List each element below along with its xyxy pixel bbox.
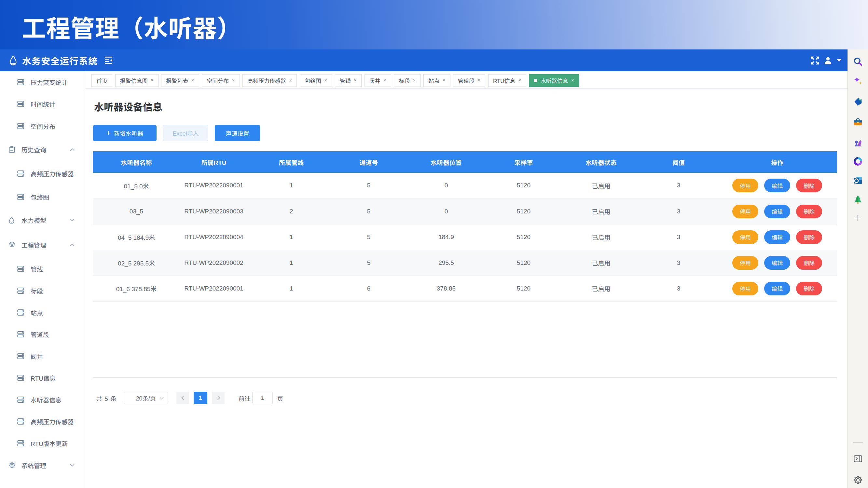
col-header-name: 水听器名称: [98, 151, 175, 173]
cell-channel: 5: [330, 250, 407, 275]
edit-button[interactable]: 编辑: [764, 230, 790, 244]
tab-pipeline[interactable]: 管线×: [335, 74, 362, 87]
sidebar-item-label: 站点: [31, 308, 43, 317]
edit-button[interactable]: 编辑: [764, 205, 790, 218]
settings-gear-icon[interactable]: [854, 475, 863, 484]
goto-page-input[interactable]: [252, 392, 273, 404]
sidebar-item-pipe-segment[interactable]: 管道段: [0, 323, 85, 345]
sidebar-item-rtu-info[interactable]: RTU信息: [0, 367, 85, 389]
user-avatar-icon[interactable]: [824, 56, 832, 65]
copilot-icon[interactable]: [853, 76, 863, 87]
chevron-up-icon: [70, 243, 74, 246]
sidebar-item-envelope-chart[interactable]: 包络图: [0, 186, 85, 208]
close-icon[interactable]: ×: [232, 78, 235, 83]
fullscreen-icon[interactable]: [810, 56, 819, 65]
sidebar-item-time-stats[interactable]: 时间统计: [0, 93, 85, 115]
sidebar-item-spatial-distribution[interactable]: 空间分布: [0, 115, 85, 137]
tab-label: 空间分布: [207, 76, 229, 85]
disable-button[interactable]: 停用: [732, 230, 758, 244]
tab-alarm-info-chart[interactable]: 报警信息图×: [115, 74, 158, 87]
tab-home[interactable]: 首页: [91, 74, 112, 87]
sidebar-group-project-management[interactable]: 工程管理: [0, 232, 85, 258]
delete-button[interactable]: 删除: [796, 256, 822, 270]
sidebar-item-valve-well[interactable]: 阀井: [0, 345, 85, 367]
pagination: 共 5 条 20条/页 1 前往 页: [96, 392, 283, 404]
sidebar-group-hydraulic-model[interactable]: 水力模型: [0, 208, 85, 232]
tab-spatial-distribution[interactable]: 空间分布×: [202, 74, 240, 87]
table-row: 03_5 RTU-WP2022090003 2 5 0 5120 已启用 3 停…: [93, 198, 837, 224]
sound-speed-settings-button[interactable]: 声速设置: [215, 125, 260, 141]
close-icon[interactable]: ×: [324, 78, 327, 83]
sidebar-item-hf-pressure-sensor[interactable]: 高频压力传感器: [0, 162, 85, 186]
prev-page-button[interactable]: [177, 392, 189, 404]
sidebar-item-station[interactable]: 站点: [0, 301, 85, 323]
close-icon[interactable]: ×: [571, 78, 574, 83]
disable-button[interactable]: 停用: [732, 256, 758, 270]
sidebar-group-history-query[interactable]: 历史查询: [0, 137, 85, 162]
disable-button[interactable]: 停用: [732, 282, 758, 295]
close-icon[interactable]: ×: [519, 78, 521, 83]
delete-button[interactable]: 删除: [796, 282, 822, 295]
edit-button[interactable]: 编辑: [764, 282, 790, 295]
tab-valve-well[interactable]: 阀井×: [365, 74, 391, 87]
disable-button[interactable]: 停用: [732, 178, 758, 192]
tab-pipe-segment[interactable]: 管道段×: [453, 74, 485, 87]
table-row: 01_5 0米 RTU-WP2022090001 1 5 0 5120 已启用 …: [93, 173, 837, 198]
sidebar-item-pipeline[interactable]: 管线: [0, 258, 85, 280]
cell-rtu: RTU-WP2022090002: [175, 250, 253, 275]
tab-section[interactable]: 标段×: [394, 74, 421, 87]
delete-button[interactable]: 删除: [796, 178, 822, 192]
excel-import-button[interactable]: Excel导入: [163, 125, 208, 141]
close-icon[interactable]: ×: [191, 78, 194, 83]
server-icon: [17, 353, 24, 359]
disable-button[interactable]: 停用: [732, 205, 758, 218]
table-bottom-border: [93, 378, 837, 378]
water-drop-logo-icon: [10, 55, 17, 66]
delete-button[interactable]: 删除: [796, 230, 822, 244]
outlook-icon[interactable]: [853, 176, 863, 186]
tab-hydrophone-info[interactable]: 水听器信息×: [529, 74, 579, 87]
sidebar-item-hydrophone-info[interactable]: 水听器信息: [0, 389, 85, 411]
games-icon[interactable]: [853, 138, 863, 148]
tree-icon[interactable]: [853, 195, 863, 205]
tab-rtu-info[interactable]: RTU信息×: [488, 74, 526, 87]
add-hydrophone-button[interactable]: + 新增水听器: [93, 125, 157, 141]
edit-button[interactable]: 编辑: [764, 178, 790, 192]
close-icon[interactable]: ×: [477, 78, 480, 83]
close-icon[interactable]: ×: [383, 78, 386, 83]
tab-label: 包络图: [305, 76, 321, 85]
close-icon[interactable]: ×: [442, 78, 445, 83]
close-icon[interactable]: ×: [151, 78, 154, 83]
table-row: 01_6 378.85米 RTU-WP2022090001 1 6 378.85…: [93, 275, 837, 301]
sidebar-item-rtu-version-update[interactable]: RTU版本更新: [0, 432, 85, 454]
designer-icon[interactable]: [853, 156, 863, 167]
tab-station[interactable]: 站点×: [424, 74, 450, 87]
cell-rtu: RTU-WP2022090001: [175, 173, 253, 198]
edit-button[interactable]: 编辑: [764, 256, 790, 270]
tab-alarm-list[interactable]: 报警列表×: [161, 74, 199, 87]
page-size-value: 20条/页: [136, 394, 156, 402]
page-size-select[interactable]: 20条/页: [124, 392, 168, 404]
close-icon[interactable]: ×: [289, 78, 292, 83]
sidebar-item-pressure-mutation-stats[interactable]: 压力突变统计: [0, 71, 85, 93]
caret-down-icon[interactable]: [836, 59, 842, 62]
menu-fold-icon[interactable]: [104, 56, 113, 64]
button-label: Excel导入: [173, 129, 198, 137]
sidebar-item-hf-pressure-sensor-2[interactable]: 高频压力传感器: [0, 411, 85, 432]
sidebar-item-section[interactable]: 标段: [0, 280, 85, 301]
add-icon[interactable]: [854, 214, 862, 222]
close-icon[interactable]: ×: [413, 78, 415, 83]
cell-name: 04_5 184.9米: [98, 224, 175, 250]
tab-hf-pressure-sensor[interactable]: 高频压力传感器×: [243, 74, 297, 87]
tab-envelope-chart[interactable]: 包络图×: [300, 74, 332, 87]
close-icon[interactable]: ×: [354, 78, 357, 83]
next-page-button[interactable]: [212, 392, 224, 404]
shopping-icon[interactable]: [853, 97, 863, 107]
cell-channel: 5: [330, 224, 407, 250]
tab-label: 管线: [340, 76, 351, 85]
sidebar-group-system-management[interactable]: 系统管理: [0, 454, 85, 476]
tools-icon[interactable]: [853, 117, 863, 127]
panel-toggle-icon[interactable]: [854, 454, 863, 463]
search-icon[interactable]: [853, 57, 863, 67]
delete-button[interactable]: 删除: [796, 205, 822, 218]
